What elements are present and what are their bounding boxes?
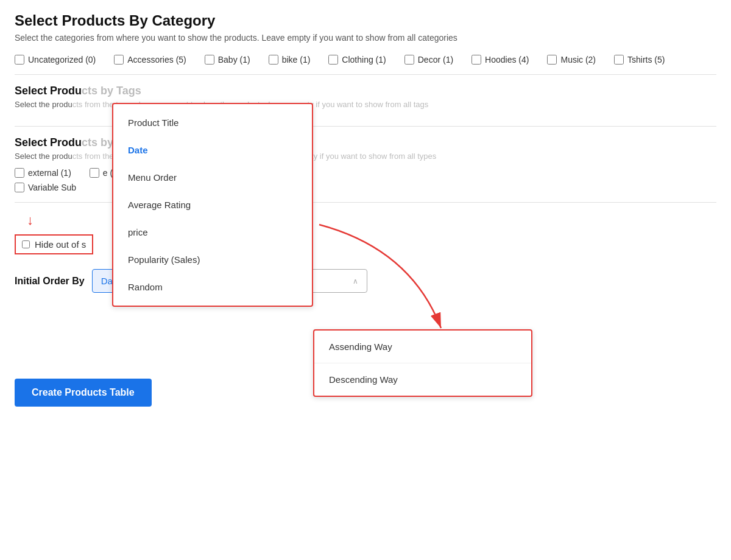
hide-out-box: Hide out of s: [15, 234, 93, 254]
category-decor[interactable]: Decor (1): [404, 55, 453, 65]
type-external[interactable]: external (1): [15, 168, 71, 178]
red-down-arrow: ↓: [27, 212, 34, 228]
sort-price[interactable]: price: [113, 219, 312, 246]
sort-date[interactable]: Date: [113, 136, 312, 164]
sort-random[interactable]: Random: [113, 273, 312, 301]
category-checkboxes: Uncategorized (0) Accessories (5) Baby (…: [15, 55, 716, 65]
page-title: Select Products By Category: [15, 12, 716, 29]
category-music[interactable]: Music (2): [547, 55, 596, 65]
order-type-dropdown: Assending Way Descending Way: [313, 329, 532, 397]
hide-out-checkbox[interactable]: [22, 240, 30, 248]
page-subtitle: Select the categories from where you wan…: [15, 33, 716, 43]
category-hoodies[interactable]: Hoodies (4): [471, 55, 529, 65]
tags-section-title: Select Products by Tags: [15, 85, 716, 97]
sort-average-rating[interactable]: Average Rating: [113, 191, 312, 219]
category-uncategorized[interactable]: Uncategorized (0): [15, 55, 96, 65]
type-variable-sub[interactable]: Variable Sub: [15, 183, 76, 192]
hide-out-label: Hide out of s: [35, 239, 86, 250]
create-products-table-button[interactable]: Create Products Table: [15, 379, 152, 407]
order-descending[interactable]: Descending Way: [314, 363, 531, 396]
category-accessories[interactable]: Accessories (5): [114, 55, 186, 65]
sort-menu-order[interactable]: Menu Order: [113, 164, 312, 191]
order-ascending[interactable]: Assending Way: [314, 331, 531, 363]
category-baby[interactable]: Baby (1): [205, 55, 250, 65]
category-clothing[interactable]: Clothing (1): [328, 55, 386, 65]
sort-popularity[interactable]: Popularity (Sales): [113, 246, 312, 273]
order-label: Initial Order By: [15, 276, 85, 287]
sort-product-title[interactable]: Product Title: [113, 109, 312, 136]
category-bike[interactable]: bike (1): [269, 55, 311, 65]
sort-order-dropdown: Product Title Date Menu Order Average Ra…: [112, 103, 313, 307]
category-tshirts[interactable]: Tshirts (5): [614, 55, 665, 65]
chevron-up-icon-2: ∧: [353, 277, 358, 285]
